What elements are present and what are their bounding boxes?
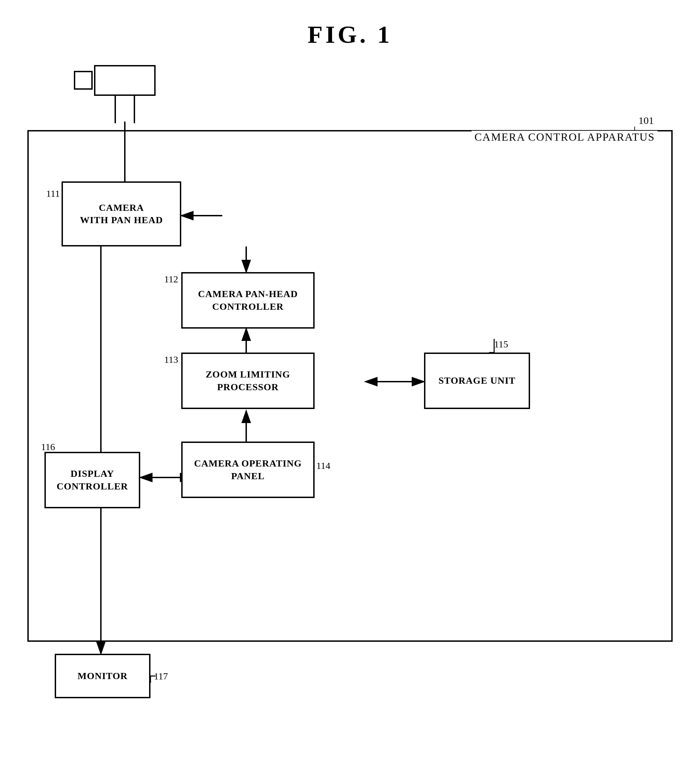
camera-pan-head-controller-block: CAMERA PAN-HEAD CONTROLLER [181,272,315,329]
ref-116: 116 [41,442,55,452]
camera-icon [94,65,155,96]
ref-114: 114 [316,460,330,471]
display-controller-block: DISPLAY CONTROLLER [44,452,140,508]
ref-112: 112 [164,274,178,285]
zoom-limiting-processor-block: ZOOM LIMITING PROCESSOR [181,353,315,409]
page-title: FIG. 1 [0,0,700,49]
ref-115: 115 [494,339,508,350]
apparatus-label: CAMERA CONTROL APPARATUS [472,131,658,143]
storage-unit-block: STORAGE UNIT [424,353,530,409]
camera-pan-head-block: CAMERA WITH PAN HEAD [61,181,181,246]
monitor-block: MONITOR [55,654,151,698]
ref-111: 111 [46,188,60,199]
ref-117: 117 [154,671,168,682]
camera-operating-panel-block: CAMERA OPERATING PANEL [181,442,315,498]
ref-113: 113 [164,354,178,365]
ref-101-label: 101 [639,115,654,126]
